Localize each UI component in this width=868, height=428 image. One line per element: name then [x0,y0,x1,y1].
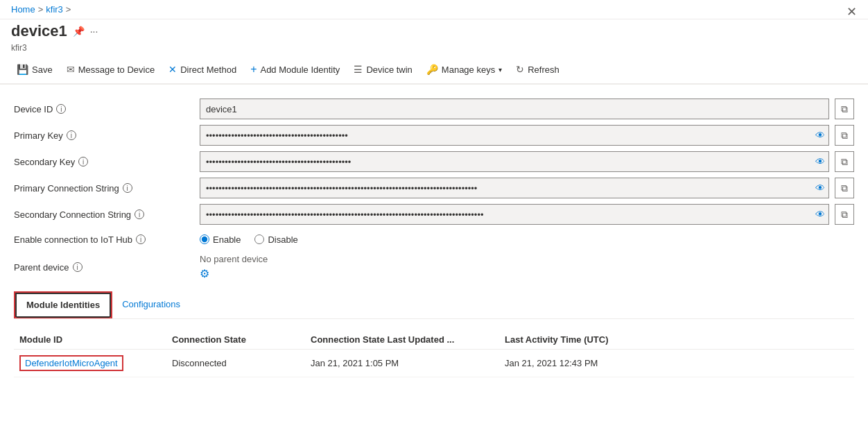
save-button[interactable]: 💾 Save [11,60,58,78]
page-title: device1 [11,22,67,40]
device-id-row: Device ID i ⧉ [14,96,854,122]
breadcrumb-sep1: > [38,4,44,15]
disable-radio-label: Disable [268,234,297,245]
breadcrumb-home[interactable]: Home [11,4,35,15]
primary-key-label: Primary Key i [14,130,194,141]
content-area: Device ID i ⧉ Primary Key i 👁 ⧉ Secondar… [0,85,868,388]
table-header: Module ID Connection State Connection St… [14,330,854,350]
add-module-identity-button[interactable]: + Add Module Identity [245,60,345,79]
secondary-connection-string-input-wrapper: 👁 [200,204,829,225]
column-connection-state: Connection State [166,334,305,345]
secondary-connection-string-eye-button[interactable]: 👁 [815,209,825,220]
device-id-label: Device ID i [14,104,194,114]
save-icon: 💾 [17,64,28,75]
module-identities-tab[interactable]: Module Identities [15,293,111,317]
add-icon: + [250,63,257,76]
primary-key-input-wrapper: 👁 [200,125,829,146]
parent-device-gear-icon[interactable]: ⚙ [200,268,209,280]
enable-connection-radio-group: Enable Disable [200,234,849,245]
device-twin-button[interactable]: ☰ Device twin [348,60,417,78]
enable-radio-label: Enable [213,234,241,245]
message-label: Message to Device [78,65,155,75]
tabs-row: Module Identities Configurations [14,291,854,318]
primary-key-input[interactable] [200,125,829,146]
breadcrumb: Home > kfir3 > ✕ [0,0,868,19]
secondary-key-input-wrapper: 👁 [200,151,829,172]
secondary-key-copy-button[interactable]: ⧉ [835,151,854,172]
disable-radio-option[interactable]: Disable [254,234,297,245]
column-module-id: Module ID [14,334,166,345]
pin-icon[interactable]: 📌 [73,26,85,37]
enable-connection-row: Enable connection to IoT Hub i Enable Di… [14,228,854,251]
parent-device-row: Parent device i No parent device ⚙ [14,251,854,283]
column-connection-state-last-updated: Connection State Last Updated ... [305,334,499,345]
last-activity-time-cell: Jan 21, 2021 12:43 PM [499,358,693,368]
enable-connection-info-icon[interactable]: i [136,234,146,244]
breadcrumb-sep2: > [66,4,71,15]
primary-key-eye-button[interactable]: 👁 [815,130,825,141]
add-module-label: Add Module Identity [260,65,340,75]
toolbar: 💾 Save ✉ Message to Device ✕ Direct Meth… [0,55,868,84]
module-identities-tab-wrapper: Module Identities [14,291,112,318]
breadcrumb-kfir3[interactable]: kfir3 [46,4,63,15]
secondary-key-info-icon[interactable]: i [78,157,88,166]
secondary-connection-string-row: Secondary Connection String i 👁 ⧉ [14,201,854,228]
module-id-link-wrapper: DefenderIotMicroAgent [19,355,123,371]
direct-method-button[interactable]: ✕ Direct Method [163,60,242,78]
module-id-cell: DefenderIotMicroAgent [14,355,166,371]
message-icon: ✉ [67,64,75,75]
manage-keys-button[interactable]: 🔑 Manage keys ▾ [421,60,507,78]
table-row: DefenderIotMicroAgent Disconnected Jan 2… [14,350,854,377]
refresh-button[interactable]: ↻ Refresh [510,60,565,78]
secondary-key-row: Secondary Key i 👁 ⧉ [14,148,854,175]
device-id-input[interactable] [200,99,829,119]
table-section: Module ID Connection State Connection St… [14,330,854,377]
secondary-connection-string-label: Secondary Connection String i [14,209,194,220]
primary-connection-string-info-icon[interactable]: i [123,183,132,193]
twin-icon: ☰ [354,64,363,75]
tabs-section: Module Identities Configurations [14,291,854,319]
message-to-device-button[interactable]: ✉ Message to Device [61,60,161,78]
twin-label: Device twin [366,65,412,75]
device-id-info-icon[interactable]: i [56,104,66,114]
secondary-connection-string-copy-button[interactable]: ⧉ [835,204,854,225]
secondary-key-eye-button[interactable]: 👁 [815,156,825,167]
disable-radio[interactable] [254,234,264,244]
primary-key-row: Primary Key i 👁 ⧉ [14,122,854,148]
parent-device-value: No parent device [200,254,849,264]
parent-device-value-section: No parent device ⚙ [200,254,849,280]
module-id-link[interactable]: DefenderIotMicroAgent [25,358,118,368]
primary-connection-string-input-wrapper: 👁 [200,178,829,198]
primary-connection-string-label: Primary Connection String i [14,183,194,194]
primary-key-info-icon[interactable]: i [67,130,76,140]
save-label: Save [32,65,53,75]
secondary-key-input[interactable] [200,151,829,172]
refresh-label: Refresh [528,65,559,75]
manage-label: Manage keys [442,65,495,75]
enable-connection-label: Enable connection to IoT Hub i [14,234,194,245]
chevron-down-icon: ▾ [498,66,502,74]
direct-label: Direct Method [180,65,236,75]
connection-state-cell: Disconnected [166,358,305,368]
title-row: device1 📌 ··· [0,19,868,43]
primary-connection-string-copy-button[interactable]: ⧉ [835,178,854,198]
device-id-input-wrapper [200,99,829,119]
secondary-connection-string-input[interactable] [200,204,829,225]
connection-state-last-updated-cell: Jan 21, 2021 1:05 PM [305,358,499,368]
device-id-copy-button[interactable]: ⧉ [835,99,854,119]
parent-device-label: Parent device i [14,262,194,273]
parent-device-info-icon[interactable]: i [73,262,83,272]
secondary-connection-string-info-icon[interactable]: i [134,209,144,219]
ellipsis-icon[interactable]: ··· [90,26,98,37]
manage-icon: 🔑 [426,64,438,75]
close-button[interactable]: ✕ [847,6,857,18]
page-subtitle: kfir3 [0,43,868,55]
primary-connection-string-row: Primary Connection String i 👁 ⧉ [14,175,854,201]
enable-radio[interactable] [200,234,209,244]
secondary-key-label: Secondary Key i [14,157,194,167]
primary-key-copy-button[interactable]: ⧉ [835,125,854,146]
configurations-tab[interactable]: Configurations [112,293,190,316]
primary-connection-string-eye-button[interactable]: 👁 [815,182,825,194]
enable-radio-option[interactable]: Enable [200,234,241,245]
primary-connection-string-input[interactable] [200,178,829,198]
